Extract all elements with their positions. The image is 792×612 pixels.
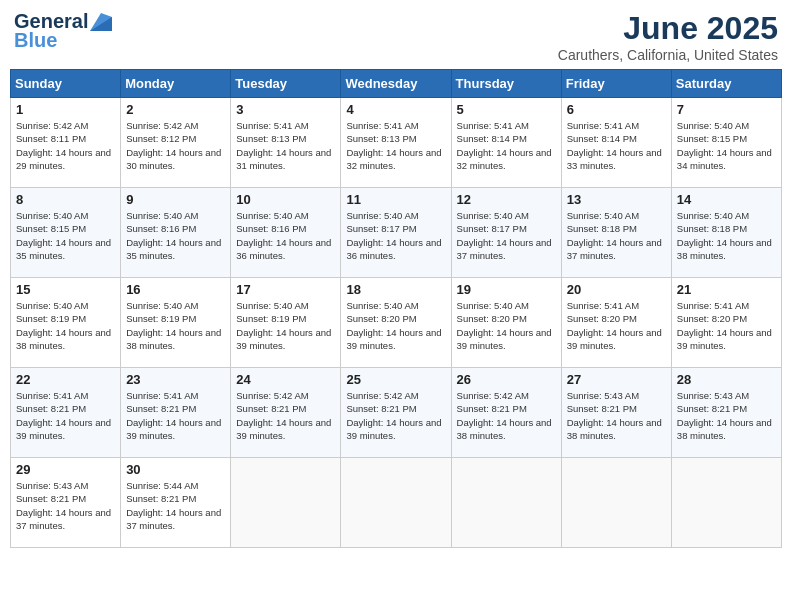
sunset-label: Sunset: 8:13 PM [236,133,306,144]
logo-icon [90,13,112,31]
calendar-week-3: 15 Sunrise: 5:40 AM Sunset: 8:19 PM Dayl… [11,278,782,368]
sunset-label: Sunset: 8:19 PM [126,313,196,324]
sunset-label: Sunset: 8:21 PM [16,493,86,504]
day-info: Sunrise: 5:41 AM Sunset: 8:14 PM Dayligh… [457,119,556,172]
col-saturday: Saturday [671,70,781,98]
calendar-cell: 24 Sunrise: 5:42 AM Sunset: 8:21 PM Dayl… [231,368,341,458]
day-number: 17 [236,282,335,297]
logo-text-blue: Blue [14,29,57,52]
sunset-label: Sunset: 8:17 PM [346,223,416,234]
calendar-week-5: 29 Sunrise: 5:43 AM Sunset: 8:21 PM Dayl… [11,458,782,548]
daylight-label: Daylight: 14 hours and 36 minutes. [236,237,331,261]
day-info: Sunrise: 5:40 AM Sunset: 8:19 PM Dayligh… [126,299,225,352]
calendar-cell: 1 Sunrise: 5:42 AM Sunset: 8:11 PM Dayli… [11,98,121,188]
day-info: Sunrise: 5:41 AM Sunset: 8:20 PM Dayligh… [677,299,776,352]
calendar-cell [671,458,781,548]
day-number: 11 [346,192,445,207]
day-info: Sunrise: 5:43 AM Sunset: 8:21 PM Dayligh… [567,389,666,442]
day-info: Sunrise: 5:40 AM Sunset: 8:16 PM Dayligh… [126,209,225,262]
sunset-label: Sunset: 8:19 PM [236,313,306,324]
daylight-label: Daylight: 14 hours and 31 minutes. [236,147,331,171]
calendar-week-1: 1 Sunrise: 5:42 AM Sunset: 8:11 PM Dayli… [11,98,782,188]
day-info: Sunrise: 5:41 AM Sunset: 8:21 PM Dayligh… [126,389,225,442]
calendar-cell: 15 Sunrise: 5:40 AM Sunset: 8:19 PM Dayl… [11,278,121,368]
day-info: Sunrise: 5:40 AM Sunset: 8:19 PM Dayligh… [236,299,335,352]
day-number: 24 [236,372,335,387]
calendar-cell: 8 Sunrise: 5:40 AM Sunset: 8:15 PM Dayli… [11,188,121,278]
daylight-label: Daylight: 14 hours and 39 minutes. [346,417,441,441]
day-info: Sunrise: 5:41 AM Sunset: 8:13 PM Dayligh… [346,119,445,172]
calendar-cell: 12 Sunrise: 5:40 AM Sunset: 8:17 PM Dayl… [451,188,561,278]
col-thursday: Thursday [451,70,561,98]
calendar-cell: 25 Sunrise: 5:42 AM Sunset: 8:21 PM Dayl… [341,368,451,458]
day-info: Sunrise: 5:42 AM Sunset: 8:21 PM Dayligh… [457,389,556,442]
col-tuesday: Tuesday [231,70,341,98]
sunset-label: Sunset: 8:20 PM [567,313,637,324]
sunset-label: Sunset: 8:15 PM [677,133,747,144]
sunrise-label: Sunrise: 5:40 AM [677,210,749,221]
daylight-label: Daylight: 14 hours and 38 minutes. [677,417,772,441]
day-number: 2 [126,102,225,117]
title-block: June 2025 Caruthers, California, United … [558,10,778,63]
calendar-cell: 19 Sunrise: 5:40 AM Sunset: 8:20 PM Dayl… [451,278,561,368]
day-info: Sunrise: 5:40 AM Sunset: 8:19 PM Dayligh… [16,299,115,352]
sunrise-label: Sunrise: 5:42 AM [126,120,198,131]
sunset-label: Sunset: 8:12 PM [126,133,196,144]
logo: General Blue [14,10,112,52]
sunset-label: Sunset: 8:21 PM [236,403,306,414]
calendar-cell: 17 Sunrise: 5:40 AM Sunset: 8:19 PM Dayl… [231,278,341,368]
daylight-label: Daylight: 14 hours and 36 minutes. [346,237,441,261]
day-info: Sunrise: 5:42 AM Sunset: 8:12 PM Dayligh… [126,119,225,172]
day-info: Sunrise: 5:40 AM Sunset: 8:18 PM Dayligh… [677,209,776,262]
day-info: Sunrise: 5:41 AM Sunset: 8:13 PM Dayligh… [236,119,335,172]
daylight-label: Daylight: 14 hours and 39 minutes. [236,417,331,441]
calendar-cell [231,458,341,548]
day-number: 27 [567,372,666,387]
day-info: Sunrise: 5:40 AM Sunset: 8:15 PM Dayligh… [16,209,115,262]
sunrise-label: Sunrise: 5:43 AM [16,480,88,491]
sunrise-label: Sunrise: 5:42 AM [236,390,308,401]
calendar-cell [451,458,561,548]
calendar-cell: 29 Sunrise: 5:43 AM Sunset: 8:21 PM Dayl… [11,458,121,548]
sunrise-label: Sunrise: 5:40 AM [236,210,308,221]
calendar-cell: 11 Sunrise: 5:40 AM Sunset: 8:17 PM Dayl… [341,188,451,278]
sunrise-label: Sunrise: 5:44 AM [126,480,198,491]
sunrise-label: Sunrise: 5:43 AM [567,390,639,401]
sunrise-label: Sunrise: 5:41 AM [677,300,749,311]
sunrise-label: Sunrise: 5:40 AM [126,300,198,311]
day-info: Sunrise: 5:40 AM Sunset: 8:20 PM Dayligh… [346,299,445,352]
sunset-label: Sunset: 8:16 PM [126,223,196,234]
day-number: 29 [16,462,115,477]
sunset-label: Sunset: 8:16 PM [236,223,306,234]
sunset-label: Sunset: 8:14 PM [567,133,637,144]
sunrise-label: Sunrise: 5:40 AM [126,210,198,221]
calendar-cell: 28 Sunrise: 5:43 AM Sunset: 8:21 PM Dayl… [671,368,781,458]
sunset-label: Sunset: 8:17 PM [457,223,527,234]
day-number: 6 [567,102,666,117]
calendar-cell: 21 Sunrise: 5:41 AM Sunset: 8:20 PM Dayl… [671,278,781,368]
day-info: Sunrise: 5:44 AM Sunset: 8:21 PM Dayligh… [126,479,225,532]
calendar-cell: 9 Sunrise: 5:40 AM Sunset: 8:16 PM Dayli… [121,188,231,278]
daylight-label: Daylight: 14 hours and 33 minutes. [567,147,662,171]
day-number: 19 [457,282,556,297]
daylight-label: Daylight: 14 hours and 37 minutes. [16,507,111,531]
sunrise-label: Sunrise: 5:42 AM [16,120,88,131]
daylight-label: Daylight: 14 hours and 38 minutes. [457,417,552,441]
day-number: 30 [126,462,225,477]
sunrise-label: Sunrise: 5:40 AM [16,210,88,221]
sunset-label: Sunset: 8:18 PM [567,223,637,234]
daylight-label: Daylight: 14 hours and 30 minutes. [126,147,221,171]
day-info: Sunrise: 5:43 AM Sunset: 8:21 PM Dayligh… [677,389,776,442]
calendar-cell: 4 Sunrise: 5:41 AM Sunset: 8:13 PM Dayli… [341,98,451,188]
day-number: 5 [457,102,556,117]
day-number: 25 [346,372,445,387]
day-number: 12 [457,192,556,207]
page-header: General Blue June 2025 Caruthers, Califo… [10,10,782,63]
sunset-label: Sunset: 8:15 PM [16,223,86,234]
daylight-label: Daylight: 14 hours and 39 minutes. [567,327,662,351]
daylight-label: Daylight: 14 hours and 34 minutes. [677,147,772,171]
daylight-label: Daylight: 14 hours and 35 minutes. [16,237,111,261]
calendar-week-2: 8 Sunrise: 5:40 AM Sunset: 8:15 PM Dayli… [11,188,782,278]
day-number: 10 [236,192,335,207]
daylight-label: Daylight: 14 hours and 35 minutes. [126,237,221,261]
